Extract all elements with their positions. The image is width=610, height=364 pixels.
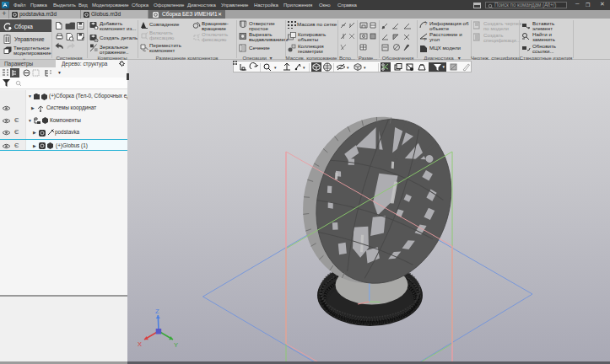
svg-text:Y: Y (174, 341, 178, 349)
svg-text:X: X (138, 340, 142, 348)
svg-text:?: ? (424, 21, 428, 26)
svg-text:Z: Z (155, 308, 159, 315)
svg-text:?: ? (424, 37, 426, 41)
